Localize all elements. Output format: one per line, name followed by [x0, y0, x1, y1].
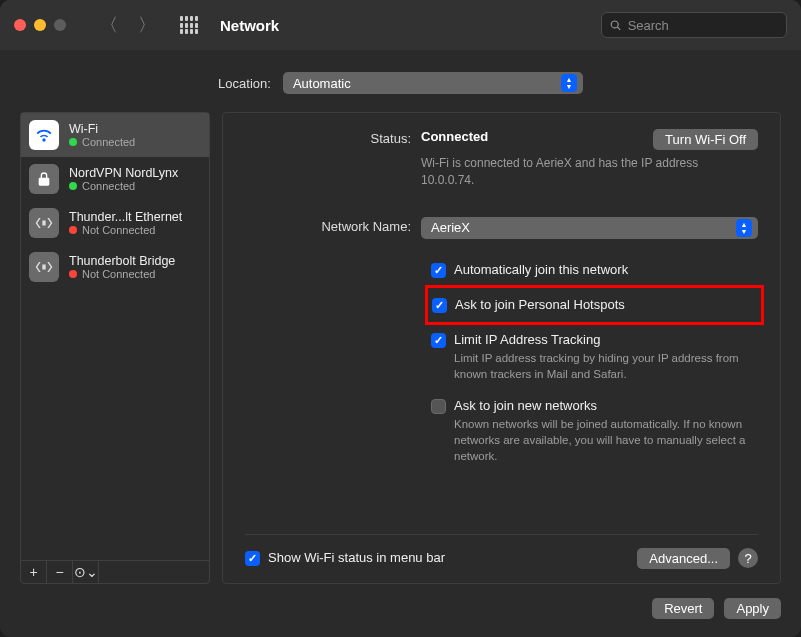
highlight-annotation: Ask to join Personal Hotspots [425, 285, 764, 325]
traffic-lights [14, 19, 66, 31]
checkbox-row-show-menubar[interactable]: Show Wi-Fi status in menu bar [245, 547, 445, 569]
remove-interface-button[interactable]: − [47, 561, 73, 583]
interfaces-sidebar: Wi-Fi Connected NordVPN NordLynx [20, 112, 210, 584]
interface-name: Wi-Fi [69, 122, 135, 136]
checkbox-row-limit-tracking[interactable]: Limit IP Address Tracking Limit IP addre… [431, 329, 758, 385]
interface-status: Connected [69, 136, 135, 148]
interface-status: Connected [69, 180, 178, 192]
checkbox-label: Ask to join Personal Hotspots [455, 297, 625, 312]
revert-button[interactable]: Revert [652, 598, 714, 619]
interface-status: Not Connected [69, 224, 182, 236]
interface-status: Not Connected [69, 268, 175, 280]
apply-button[interactable]: Apply [724, 598, 781, 619]
checkbox-label: Limit IP Address Tracking [454, 332, 754, 347]
add-interface-button[interactable]: + [21, 561, 47, 583]
network-preferences-window: 〈 〉 Network Location: Automatic ▲▼ [0, 0, 801, 637]
status-label: Status: [245, 129, 421, 146]
ethernet-icon [29, 208, 59, 238]
status-dot-icon [69, 138, 77, 146]
network-name-value: AerieX [431, 220, 470, 235]
checkbox-label: Show Wi-Fi status in menu bar [268, 550, 445, 565]
checkbox-icon[interactable] [431, 333, 446, 348]
window-title: Network [220, 17, 279, 34]
wifi-icon [29, 120, 59, 150]
maximize-button[interactable] [54, 19, 66, 31]
search-field[interactable] [601, 12, 787, 38]
checkbox-row-auto-join[interactable]: Automatically join this network [431, 259, 758, 281]
ethernet-icon [29, 252, 59, 282]
location-row: Location: Automatic ▲▼ [0, 50, 801, 112]
sidebar-footer: + − ⊙⌄ [21, 560, 209, 583]
titlebar: 〈 〉 Network [0, 0, 801, 50]
sidebar-item-wifi[interactable]: Wi-Fi Connected [21, 113, 209, 157]
checkbox-row-ask-new[interactable]: Ask to join new networks Known networks … [431, 395, 758, 467]
sidebar-item-thunderbolt-bridge[interactable]: Thunderbolt Bridge Not Connected [21, 245, 209, 289]
network-name-dropdown[interactable]: AerieX ▲▼ [421, 217, 758, 239]
search-input[interactable] [628, 18, 778, 33]
status-description: Wi-Fi is connected to AerieX and has the… [421, 155, 721, 189]
checkbox-row-ask-hotspot[interactable]: Ask to join Personal Hotspots [432, 294, 757, 316]
network-name-label: Network Name: [245, 217, 421, 234]
checkbox-icon[interactable] [245, 551, 260, 566]
close-button[interactable] [14, 19, 26, 31]
checkbox-description: Known networks will be joined automatica… [454, 416, 754, 464]
checkbox-label: Automatically join this network [454, 262, 628, 277]
lock-icon [29, 164, 59, 194]
checkbox-icon[interactable] [431, 263, 446, 278]
interface-name: Thunderbolt Bridge [69, 254, 175, 268]
sidebar-item-thunderbolt-ethernet[interactable]: Thunder...lt Ethernet Not Connected [21, 201, 209, 245]
turn-wifi-off-button[interactable]: Turn Wi-Fi Off [653, 129, 758, 150]
search-icon [610, 19, 622, 32]
help-button[interactable]: ? [738, 548, 758, 568]
sidebar-item-nordvpn[interactable]: NordVPN NordLynx Connected [21, 157, 209, 201]
nav-back-button[interactable]: 〈 [100, 13, 118, 37]
status-dot-icon [69, 182, 77, 190]
status-dot-icon [69, 270, 77, 278]
interface-options-button[interactable]: ⊙⌄ [73, 561, 99, 583]
status-value: Connected [421, 129, 488, 144]
minimize-button[interactable] [34, 19, 46, 31]
bottom-buttons: Revert Apply [0, 598, 801, 637]
location-label: Location: [218, 76, 271, 91]
location-value: Automatic [293, 76, 351, 91]
status-dot-icon [69, 226, 77, 234]
dropdown-arrows-icon: ▲▼ [561, 74, 577, 92]
checkbox-label: Ask to join new networks [454, 398, 754, 413]
dropdown-arrows-icon: ▲▼ [736, 219, 752, 237]
main-panel: Status: Connected Turn Wi-Fi Off Wi-Fi i… [222, 112, 781, 584]
show-all-icon[interactable] [180, 16, 198, 34]
checkbox-icon[interactable] [432, 298, 447, 313]
advanced-button[interactable]: Advanced... [637, 548, 730, 569]
interface-name: Thunder...lt Ethernet [69, 210, 182, 224]
nav-forward-button[interactable]: 〉 [138, 13, 156, 37]
location-dropdown[interactable]: Automatic ▲▼ [283, 72, 583, 94]
interface-name: NordVPN NordLynx [69, 166, 178, 180]
checkbox-description: Limit IP address tracking by hiding your… [454, 350, 754, 382]
checkbox-icon[interactable] [431, 399, 446, 414]
